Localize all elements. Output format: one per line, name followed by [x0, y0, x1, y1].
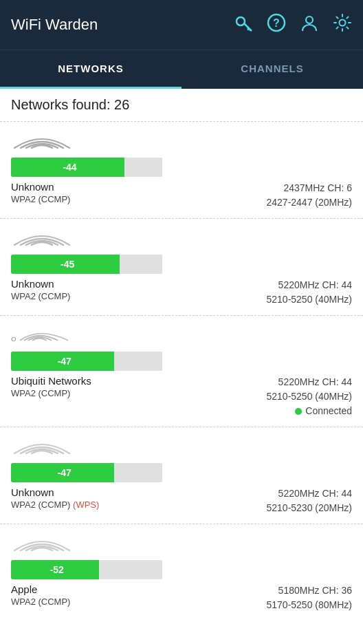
- signal-bar: -45: [11, 255, 162, 274]
- security-label: WPA2 (CCMP): [11, 291, 266, 301]
- app-title: WiFi Warden: [11, 16, 234, 34]
- signal-icon-row: [11, 531, 352, 556]
- network-item[interactable]: O -47 Ubiquiti Networks WPA2 (CCMP) 5220…: [0, 316, 363, 427]
- signal-bar: -52: [11, 560, 162, 579]
- network-item[interactable]: -47 Unknown WPA2 (CCMP) (WPS) 5220MHz CH…: [0, 427, 363, 524]
- range-label: 2427-2447 (20MHz): [266, 195, 352, 210]
- network-info-row: Unknown WPA2 (CCMP) 2437MHz CH: 6 2427-2…: [11, 181, 352, 210]
- signal-value: -44: [58, 162, 76, 173]
- network-name: Ubiquiti Networks: [11, 375, 266, 387]
- security-label: WPA2 (CCMP) (WPS): [11, 500, 266, 510]
- network-info-right: 5220MHz CH: 44 5210-5230 (20MHz): [266, 486, 352, 515]
- signal-value: -47: [54, 356, 72, 367]
- tab-channels[interactable]: CHANNELS: [182, 50, 363, 89]
- signal-value: -45: [56, 259, 74, 270]
- key-icon[interactable]: [234, 13, 253, 37]
- freq-label: 5220MHz CH: 44: [266, 486, 352, 501]
- wps-label: (WPS): [73, 500, 99, 510]
- svg-point-6: [306, 17, 313, 23]
- network-info-row: Ubiquiti Networks WPA2 (CCMP) 5220MHz CH…: [11, 375, 352, 418]
- user-icon[interactable]: [300, 13, 319, 37]
- freq-label: 5180MHz CH: 36: [266, 583, 352, 598]
- signal-icon-row: [11, 434, 352, 459]
- network-info-right: 5220MHz CH: 44 5210-5250 (40MHz): [266, 278, 352, 307]
- range-label: 5170-5250 (80MHz): [266, 598, 352, 612]
- network-info-row: Apple WPA2 (CCMP) 5180MHz CH: 36 5170-52…: [11, 583, 352, 612]
- network-item[interactable]: -45 Unknown WPA2 (CCMP) 5220MHz CH: 44 5…: [0, 219, 363, 316]
- signal-bar: -44: [11, 158, 162, 177]
- security-label: WPA2 (CCMP): [11, 388, 266, 398]
- network-info-row: Unknown WPA2 (CCMP) 5220MHz CH: 44 5210-…: [11, 278, 352, 307]
- security-label: WPA2 (CCMP): [11, 194, 266, 204]
- range-label: 5210-5230 (20MHz): [266, 501, 352, 515]
- connected-status: Connected: [266, 404, 352, 418]
- network-info-left: Apple WPA2 (CCMP): [11, 583, 266, 607]
- networks-found-label: Networks found: 26: [0, 89, 363, 122]
- network-list: -44 Unknown WPA2 (CCMP) 2437MHz CH: 6 24…: [0, 122, 363, 621]
- range-label: 5210-5250 (40MHz): [266, 389, 352, 404]
- network-name: Unknown: [11, 278, 266, 290]
- signal-fill: -47: [11, 352, 114, 371]
- network-item[interactable]: -44 Unknown WPA2 (CCMP) 2437MHz CH: 6 24…: [0, 122, 363, 219]
- signal-fill: -45: [11, 255, 120, 274]
- connected-label: Connected: [305, 404, 352, 418]
- wifi-signal-icon: [11, 434, 73, 459]
- network-info-row: Unknown WPA2 (CCMP) (WPS) 5220MHz CH: 44…: [11, 486, 352, 515]
- tab-networks[interactable]: NETWORKS: [0, 50, 182, 89]
- svg-text:?: ?: [273, 17, 280, 29]
- wifi-signal-icon: O: [11, 323, 73, 347]
- network-info-right: 5180MHz CH: 36 5170-5250 (80MHz): [266, 583, 352, 612]
- signal-fill: -47: [11, 463, 114, 482]
- freq-label: 5220MHz CH: 44: [266, 278, 352, 292]
- help-icon[interactable]: ?: [267, 13, 286, 37]
- signal-fill: -44: [11, 158, 124, 177]
- network-info-left: Ubiquiti Networks WPA2 (CCMP): [11, 375, 266, 398]
- wifi-signal-icon: [11, 531, 73, 556]
- network-info-right: 5220MHz CH: 44 5210-5250 (40MHz) Connect…: [266, 375, 352, 418]
- settings-icon[interactable]: [333, 13, 352, 37]
- wifi-signal-icon: [11, 226, 73, 250]
- app-header: WiFi Warden ?: [0, 0, 363, 50]
- network-info-left: Unknown WPA2 (CCMP): [11, 278, 266, 301]
- connected-dot: [295, 408, 302, 415]
- network-name: Apple: [11, 583, 266, 595]
- signal-fill: -52: [11, 560, 99, 579]
- svg-point-0: [236, 17, 245, 25]
- freq-label: 2437MHz CH: 6: [266, 181, 352, 195]
- tab-bar: NETWORKS CHANNELS: [0, 50, 363, 89]
- network-name: Unknown: [11, 486, 266, 498]
- wifi-signal-icon: [11, 129, 73, 153]
- network-info-left: Unknown WPA2 (CCMP): [11, 181, 266, 204]
- signal-icon-row: [11, 226, 352, 250]
- svg-text:O: O: [11, 335, 16, 343]
- security-label: WPA2 (CCMP): [11, 597, 266, 607]
- freq-label: 5220MHz CH: 44: [266, 375, 352, 389]
- network-name: Unknown: [11, 181, 266, 193]
- signal-icon-row: [11, 129, 352, 153]
- header-icons: ?: [234, 13, 352, 37]
- signal-value: -47: [54, 467, 72, 478]
- network-item[interactable]: -52 Apple WPA2 (CCMP) 5180MHz CH: 36 517…: [0, 524, 363, 621]
- signal-bar: -47: [11, 463, 162, 482]
- signal-bar: -47: [11, 352, 162, 371]
- range-label: 5210-5250 (40MHz): [266, 292, 352, 307]
- signal-icon-row: O: [11, 323, 352, 347]
- network-info-left: Unknown WPA2 (CCMP) (WPS): [11, 486, 266, 510]
- svg-point-7: [340, 19, 346, 25]
- signal-value: -52: [46, 564, 64, 575]
- network-info-right: 2437MHz CH: 6 2427-2447 (20MHz): [266, 181, 352, 210]
